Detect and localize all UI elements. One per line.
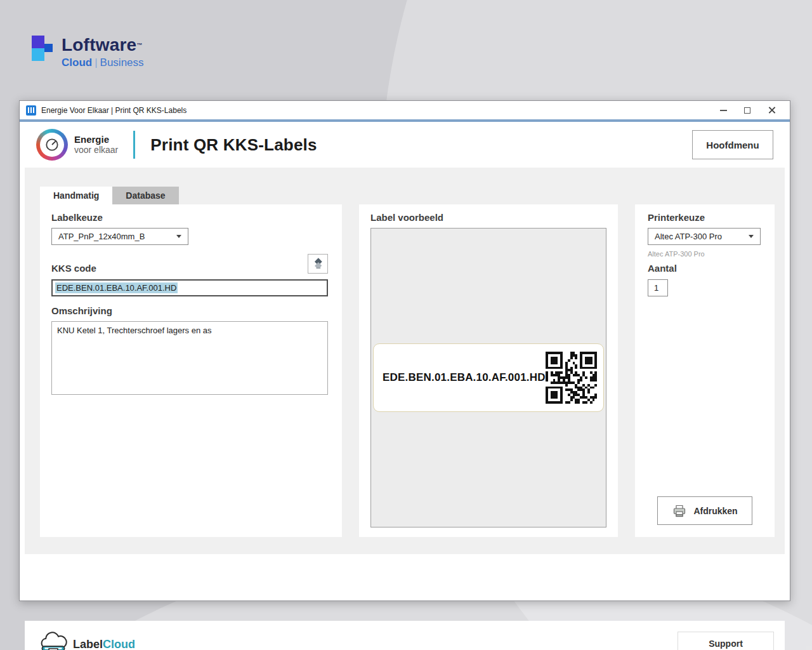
label-preview-panel: Label voorbeeld EDE.BEN.01.EBA.10.AF.001… (359, 204, 618, 537)
labelkeuze-select[interactable]: ATP_PnP_12x40mm_B (51, 228, 188, 245)
app-window: Energie Voor Elkaar | Print QR KKS-Label… (19, 100, 790, 601)
gauge-icon (44, 136, 60, 153)
printer-status-text: Altec ATP-300 Pro (648, 250, 705, 258)
printerkeuze-heading: Printerkeuze (648, 212, 705, 223)
label-code-text: EDE.BEN.01.EBA.10.AF.001.HD (383, 371, 546, 384)
printer-icon (672, 503, 687, 519)
label-voorbeeld-heading: Label voorbeeld (370, 212, 443, 223)
page-title: Print QR KKS-Labels (150, 135, 317, 155)
content-area: Handmatig Database Labelkeuze ATP_PnP_12… (25, 168, 785, 554)
app-header: Energie voor elkaar Print QR KKS-Labels … (20, 122, 790, 168)
hoofdmenu-button[interactable]: Hoofdmenu (692, 130, 773, 159)
close-button[interactable] (759, 102, 783, 119)
afdrukken-button[interactable]: Afdrukken (657, 496, 752, 525)
brand-cloud: Cloud (62, 56, 92, 69)
loftware-logo-icon (32, 36, 53, 61)
tab-database[interactable]: Database (112, 187, 178, 204)
brand-business: Business (100, 56, 144, 69)
kks-code-heading: KKS code (51, 263, 96, 274)
chevron-down-icon (749, 235, 754, 238)
brand-divider: | (95, 56, 97, 69)
app-icon (26, 105, 36, 116)
labelcloud-logo: LabelCloud (39, 631, 135, 650)
aantal-input[interactable]: 1 (648, 279, 668, 296)
omschrijving-textarea[interactable]: KNU Ketel 1, Trechterschroef lagers en a… (51, 321, 328, 395)
window-title: Energie Voor Elkaar | Print QR KKS-Label… (41, 106, 711, 115)
logo-text-line1: Energie (74, 134, 118, 145)
header-divider (133, 131, 135, 159)
tab-bar: Handmatig Database (40, 187, 179, 204)
loftware-brand: Loftware™ Cloud|Business (32, 36, 144, 69)
maximize-icon (744, 107, 750, 114)
chevron-down-icon (176, 235, 181, 238)
labelcloud-cloud-icon (39, 631, 68, 650)
support-button[interactable]: Support (678, 632, 774, 650)
window-footer: LabelCloud Support (25, 621, 785, 650)
omschrijving-heading: Omschrijving (51, 305, 112, 316)
brand-name: Loftware (62, 35, 136, 55)
minimize-button[interactable] (711, 102, 735, 119)
printer-selected-value: Altec ATP-300 Pro (655, 232, 722, 241)
energie-voor-elkaar-logo (36, 129, 68, 161)
kks-code-input[interactable]: EDE.BEN.01.EBA.10.AF.001.HD (51, 279, 328, 296)
manual-form-panel: Labelkeuze ATP_PnP_12x40mm_B KKS code ED… (40, 204, 342, 537)
minimize-icon (720, 110, 727, 111)
labelcloud-text-cloud: Cloud (103, 638, 135, 650)
qr-code (546, 351, 597, 404)
trademark-symbol: ™ (136, 42, 142, 48)
labelkeuze-heading: Labelkeuze (51, 212, 103, 223)
aantal-heading: Aantal (648, 263, 677, 274)
eraser-icon (311, 258, 324, 270)
labelcloud-text-label: Label (73, 638, 103, 650)
logo-text-line2: voor elkaar (74, 145, 118, 156)
labelkeuze-selected-value: ATP_PnP_12x40mm_B (58, 232, 145, 241)
printer-select[interactable]: Altec ATP-300 Pro (648, 228, 761, 245)
clear-button[interactable] (308, 254, 328, 274)
tab-handmatig[interactable]: Handmatig (40, 187, 112, 204)
printer-panel: Printerkeuze Altec ATP-300 Pro Altec ATP… (635, 204, 775, 537)
kks-code-value-selected: EDE.BEN.01.EBA.10.AF.001.HD (55, 282, 178, 293)
afdrukken-label: Afdrukken (693, 506, 737, 516)
label-preview: EDE.BEN.01.EBA.10.AF.001.HD (373, 343, 604, 412)
close-icon (768, 106, 776, 114)
maximize-button[interactable] (735, 102, 759, 119)
label-preview-canvas: EDE.BEN.01.EBA.10.AF.001.HD (370, 228, 606, 527)
window-titlebar: Energie Voor Elkaar | Print QR KKS-Label… (20, 101, 790, 119)
